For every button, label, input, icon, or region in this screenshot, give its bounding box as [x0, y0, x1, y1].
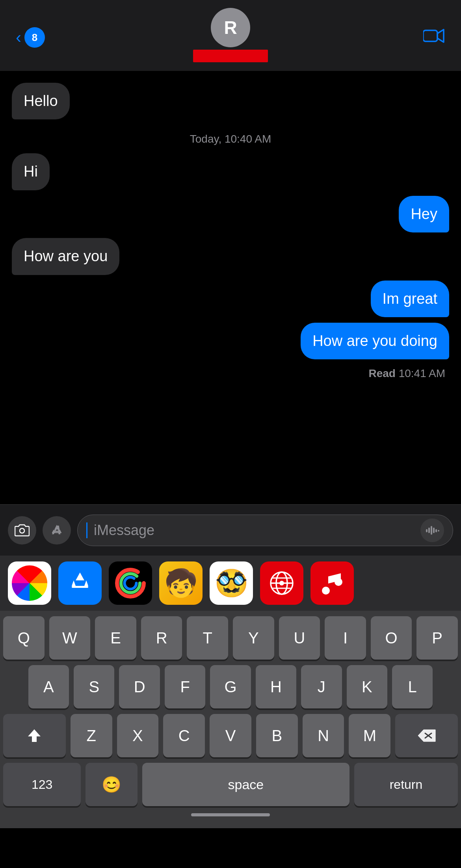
message-input[interactable]: iMessage — [77, 515, 453, 546]
home-indicator — [191, 813, 270, 816]
input-bar: A iMessage — [0, 504, 461, 556]
messages-area: Hello Today, 10:40 AM Hi Hey How are you… — [0, 71, 461, 504]
bubble-how-are-you-doing: How are you doing — [301, 323, 449, 359]
message-row-6: How are you doing — [12, 323, 449, 359]
key-g[interactable]: G — [210, 665, 251, 708]
svg-point-12 — [125, 577, 136, 589]
contact-info: R — [193, 8, 268, 62]
key-v[interactable]: V — [210, 714, 251, 757]
key-t[interactable]: T — [187, 616, 228, 660]
dock-search[interactable] — [260, 561, 303, 605]
svg-rect-4 — [428, 528, 430, 533]
svg-rect-3 — [426, 529, 428, 532]
read-receipt: Read 10:41 AM — [12, 367, 449, 380]
key-p[interactable]: P — [416, 616, 458, 660]
back-button[interactable]: ‹ 8 — [16, 27, 45, 48]
message-row-1: Hello — [12, 83, 449, 119]
keyboard-row-3: Z X C V B N M — [3, 714, 458, 757]
key-x[interactable]: X — [117, 714, 159, 757]
keyboard: Q W E R T Y U I O P A S D F G H J K L Z … — [0, 611, 461, 809]
message-row-4: How are you — [12, 238, 449, 275]
dock-memoji1[interactable]: 🧒 — [159, 561, 203, 605]
svg-rect-5 — [431, 526, 432, 535]
key-a[interactable]: A — [28, 665, 69, 708]
key-i[interactable]: I — [325, 616, 366, 660]
key-d[interactable]: D — [119, 665, 160, 708]
svg-rect-7 — [435, 529, 437, 532]
key-z[interactable]: Z — [71, 714, 112, 757]
key-h[interactable]: H — [256, 665, 296, 708]
bubble-how-are-you: How are you — [12, 238, 119, 275]
key-n[interactable]: N — [303, 714, 344, 757]
photos-icon — [12, 565, 47, 601]
key-s[interactable]: S — [74, 665, 114, 708]
key-m[interactable]: M — [349, 714, 390, 757]
bubble-hello: Hello — [12, 83, 70, 119]
space-key[interactable]: space — [142, 763, 349, 806]
video-call-button[interactable] — [423, 28, 445, 47]
svg-point-20 — [335, 578, 342, 586]
back-badge: 8 — [24, 27, 45, 48]
keyboard-row-1: Q W E R T Y U I O P — [3, 616, 458, 660]
key-j[interactable]: J — [301, 665, 342, 708]
message-row-2: Hi — [12, 153, 449, 190]
back-chevron-icon: ‹ — [16, 29, 21, 46]
message-row-5: Im great — [12, 281, 449, 317]
keyboard-row-2: A S D F G H J K L — [3, 665, 458, 708]
shift-key[interactable] — [3, 714, 66, 757]
dock-appstore[interactable] — [58, 561, 102, 605]
dock-fitness[interactable] — [109, 561, 152, 605]
key-y[interactable]: Y — [233, 616, 274, 660]
keyboard-row-4: 123 😊 space return — [3, 763, 458, 806]
key-o[interactable]: O — [371, 616, 412, 660]
bubble-hi: Hi — [12, 153, 50, 190]
key-c[interactable]: C — [163, 714, 205, 757]
return-key[interactable]: return — [354, 763, 458, 806]
timestamp-row: Today, 10:40 AM — [12, 133, 449, 145]
svg-rect-0 — [423, 30, 437, 41]
key-b[interactable]: B — [256, 714, 298, 757]
bubble-hey: Hey — [399, 196, 449, 232]
dock-photos[interactable] — [8, 561, 51, 605]
input-placeholder: iMessage — [94, 522, 416, 539]
contact-name-bar — [193, 50, 268, 62]
header: ‹ 8 R — [0, 0, 461, 71]
camera-button[interactable] — [8, 516, 36, 545]
bottom-bar — [0, 809, 461, 828]
avatar[interactable]: R — [211, 8, 250, 47]
key-f[interactable]: F — [165, 665, 205, 708]
audio-button[interactable] — [420, 519, 444, 542]
key-w[interactable]: W — [49, 616, 91, 660]
key-k[interactable]: K — [347, 665, 387, 708]
svg-rect-6 — [433, 528, 435, 533]
bubble-im-great: Im great — [371, 281, 449, 317]
timestamp: Today, 10:40 AM — [190, 133, 271, 145]
dock-memoji2[interactable]: 🥸 — [210, 561, 253, 605]
message-row-3: Hey — [12, 196, 449, 232]
key-l[interactable]: L — [392, 665, 433, 708]
dock-music[interactable] — [310, 561, 354, 605]
svg-rect-9 — [72, 586, 88, 588]
key-q[interactable]: Q — [3, 616, 45, 660]
app-dock: 🧒 🥸 — [0, 556, 461, 611]
key-r[interactable]: R — [141, 616, 182, 660]
svg-point-1 — [20, 528, 24, 533]
numbers-key[interactable]: 123 — [3, 763, 81, 806]
svg-point-19 — [322, 587, 330, 595]
svg-rect-8 — [438, 530, 439, 532]
delete-key[interactable] — [395, 714, 458, 757]
appstore-button[interactable]: A — [43, 516, 71, 545]
text-cursor — [86, 522, 87, 538]
key-e[interactable]: E — [95, 616, 136, 660]
svg-point-18 — [279, 581, 284, 585]
key-u[interactable]: U — [279, 616, 320, 660]
emoji-key[interactable]: 😊 — [86, 763, 138, 806]
